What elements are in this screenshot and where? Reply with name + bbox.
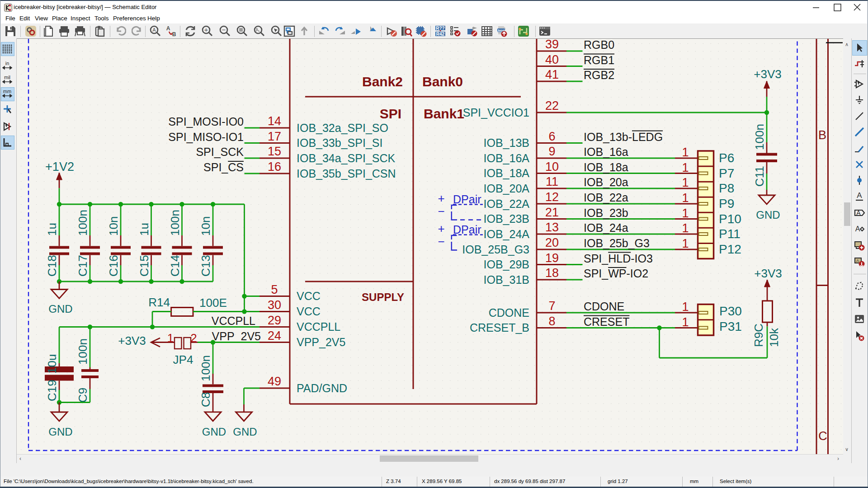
svg-text:C: C bbox=[818, 429, 827, 443]
svg-text:C15: C15 bbox=[137, 255, 151, 277]
svg-text:1: 1 bbox=[682, 300, 689, 314]
svg-text:IOB_18a: IOB_18a bbox=[584, 161, 628, 174]
svg-text:VCC: VCC bbox=[297, 305, 321, 318]
svg-text:IOB_29B: IOB_29B bbox=[484, 258, 529, 271]
svg-text:P10: P10 bbox=[719, 212, 741, 226]
svg-text:SPI_SCK: SPI_SCK bbox=[196, 145, 244, 158]
svg-text:+3V3: +3V3 bbox=[754, 267, 782, 280]
svg-text:P6: P6 bbox=[719, 151, 734, 165]
svg-text:14: 14 bbox=[268, 114, 281, 128]
svg-text:R??: R?? bbox=[436, 26, 444, 31]
svg-text:mil: mil bbox=[4, 75, 10, 80]
svg-text:C17: C17 bbox=[76, 255, 90, 277]
svg-text:6: 6 bbox=[548, 130, 555, 143]
svg-text:+3V3: +3V3 bbox=[754, 67, 781, 81]
svg-text:DPair: DPair bbox=[453, 223, 481, 236]
svg-text:Bank1: Bank1 bbox=[424, 106, 464, 121]
svg-text:11: 11 bbox=[546, 175, 558, 188]
svg-text:-IO2: -IO2 bbox=[626, 267, 648, 280]
svg-text:12: 12 bbox=[545, 190, 559, 204]
svg-text:2: 2 bbox=[190, 331, 197, 345]
svg-text:IOB_13B: IOB_13B bbox=[484, 136, 529, 149]
svg-text:1: 1 bbox=[682, 145, 689, 159]
svg-text:IOB_20A: IOB_20A bbox=[484, 182, 530, 195]
svg-text:10k: 10k bbox=[767, 328, 781, 347]
svg-text:Bank0: Bank0 bbox=[422, 74, 463, 89]
svg-text:15: 15 bbox=[268, 145, 281, 158]
svg-text:P31: P31 bbox=[719, 319, 742, 333]
svg-text:GND: GND bbox=[202, 426, 226, 438]
svg-text:IOB_34a_SPI_SCK: IOB_34a_SPI_SCK bbox=[297, 152, 396, 164]
svg-text:−: − bbox=[222, 26, 226, 33]
svg-text:100n: 100n bbox=[168, 210, 182, 236]
svg-text:Bank2: Bank2 bbox=[362, 74, 403, 89]
svg-text:B: B bbox=[172, 31, 176, 37]
svg-text:A: A bbox=[856, 209, 861, 216]
svg-text:C19: C19 bbox=[45, 380, 59, 401]
svg-text:SPI_CS: SPI_CS bbox=[203, 161, 244, 174]
svg-text:C11: C11 bbox=[753, 166, 766, 187]
svg-text:IOB_24A: IOB_24A bbox=[484, 228, 530, 240]
svg-text:10n: 10n bbox=[199, 216, 212, 236]
svg-text:19: 19 bbox=[545, 251, 559, 265]
svg-text:B: B bbox=[818, 128, 826, 142]
svg-text:1: 1 bbox=[682, 315, 689, 329]
svg-text:IOB_23b: IOB_23b bbox=[584, 206, 628, 219]
svg-text:+: + bbox=[438, 222, 444, 235]
svg-text:A: A bbox=[152, 27, 156, 33]
svg-text:+: + bbox=[204, 26, 208, 33]
svg-text:SPI_MOSI-IO0: SPI_MOSI-IO0 bbox=[168, 115, 244, 128]
svg-text:P7: P7 bbox=[719, 166, 734, 180]
svg-text:IOB_16a: IOB_16a bbox=[584, 145, 628, 158]
svg-text:P12: P12 bbox=[719, 242, 741, 256]
svg-text:C13: C13 bbox=[199, 255, 212, 277]
svg-text:RGB1: RGB1 bbox=[584, 54, 614, 66]
svg-text:JP4: JP4 bbox=[173, 353, 193, 366]
svg-text:mm: mm bbox=[3, 89, 11, 94]
svg-text:100n: 100n bbox=[76, 210, 90, 236]
svg-text:C14: C14 bbox=[168, 255, 182, 277]
svg-text:GND: GND bbox=[233, 426, 257, 438]
svg-text:C16: C16 bbox=[107, 255, 120, 277]
svg-text:GND: GND bbox=[48, 303, 72, 315]
svg-text:1u: 1u bbox=[137, 223, 151, 236]
svg-text:IOB_20a: IOB_20a bbox=[584, 176, 628, 188]
svg-text:40: 40 bbox=[545, 53, 559, 66]
svg-text:+3V3: +3V3 bbox=[118, 334, 146, 347]
svg-text:29: 29 bbox=[268, 314, 281, 327]
svg-text:IOB_24a: IOB_24a bbox=[584, 221, 628, 234]
svg-text:RGB2: RGB2 bbox=[584, 69, 614, 81]
svg-text:SPI_MISO-IO1: SPI_MISO-IO1 bbox=[168, 131, 244, 143]
svg-text:IOB_18A: IOB_18A bbox=[484, 167, 530, 179]
svg-text:SPI_WP: SPI_WP bbox=[584, 267, 626, 280]
svg-text:P30: P30 bbox=[719, 304, 742, 318]
svg-text:5: 5 bbox=[271, 283, 278, 296]
svg-text:24: 24 bbox=[268, 329, 281, 343]
svg-text:−: − bbox=[438, 235, 444, 249]
svg-text:1: 1 bbox=[682, 221, 689, 235]
svg-text:16: 16 bbox=[268, 160, 281, 174]
svg-text:30: 30 bbox=[268, 298, 281, 312]
svg-text:13: 13 bbox=[545, 221, 559, 234]
svg-text:IOB_22A: IOB_22A bbox=[484, 197, 530, 210]
svg-text:IOB_23B: IOB_23B bbox=[484, 212, 529, 225]
svg-text:in: in bbox=[5, 61, 9, 66]
svg-text:9: 9 bbox=[548, 145, 555, 158]
svg-text:7: 7 bbox=[548, 299, 555, 313]
svg-text:1: 1 bbox=[682, 237, 689, 250]
svg-text:10: 10 bbox=[545, 160, 559, 174]
svg-text:1: 1 bbox=[682, 176, 689, 189]
svg-text:R9C: R9C bbox=[752, 324, 765, 347]
svg-text:IOB_31B: IOB_31B bbox=[484, 273, 529, 286]
svg-text:20: 20 bbox=[545, 236, 559, 249]
svg-text:100n: 100n bbox=[753, 124, 766, 150]
svg-text:+: + bbox=[438, 192, 444, 205]
svg-text:39: 39 bbox=[545, 39, 559, 51]
svg-text:CDONE: CDONE bbox=[489, 306, 529, 319]
svg-text:VCCPLL: VCCPLL bbox=[212, 314, 255, 327]
svg-text:+1V2: +1V2 bbox=[45, 160, 74, 174]
svg-text:A: A bbox=[166, 25, 170, 32]
svg-text:C18: C18 bbox=[45, 255, 59, 277]
svg-text:100E: 100E bbox=[199, 296, 227, 310]
svg-text:CRESET: CRESET bbox=[584, 315, 629, 328]
